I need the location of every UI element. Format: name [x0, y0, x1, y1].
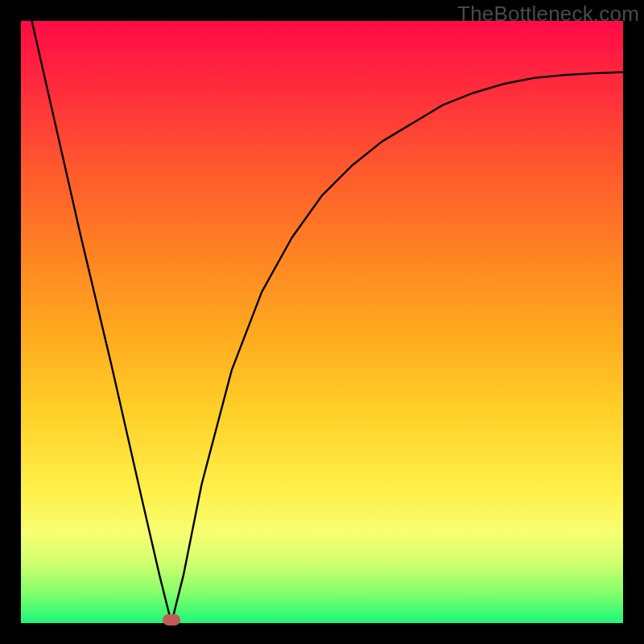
chart-frame: TheBottleneck.com — [0, 0, 644, 644]
chart-min-marker — [163, 614, 180, 625]
watermark-text: TheBottleneck.com — [457, 2, 639, 27]
chart-curve-svg — [21, 21, 623, 623]
chart-plot-area — [21, 21, 623, 623]
